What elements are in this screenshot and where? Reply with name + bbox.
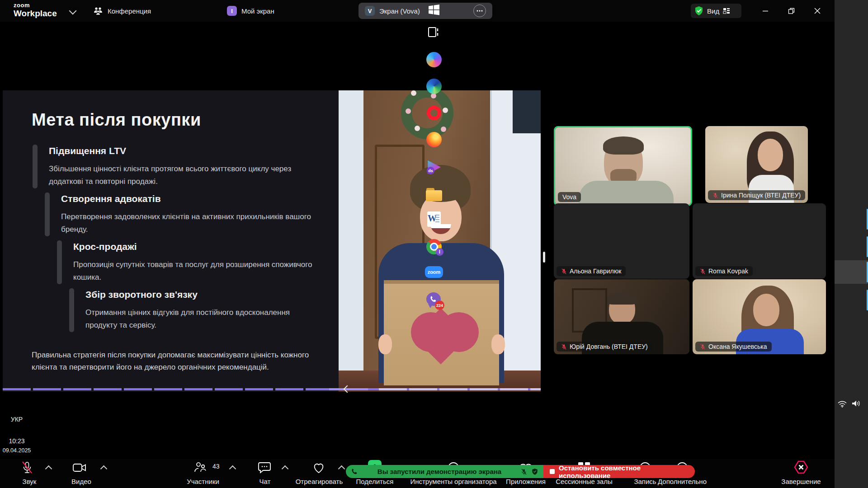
audio-button[interactable] — [20, 461, 34, 476]
section-accent-bar — [33, 145, 38, 188]
tab-meeting[interactable]: Конференция — [93, 0, 151, 22]
share-label: Поделиться — [356, 478, 394, 485]
minimize-icon — [762, 8, 769, 14]
participant-tile-alona[interactable]: Альона Гаврилюк — [554, 203, 689, 279]
participants-label: Участники — [187, 478, 219, 485]
tab-more-options-button[interactable] — [473, 5, 486, 17]
zoom-icon-label: zoom — [428, 269, 441, 275]
camera-icon — [72, 461, 87, 474]
host-tools-label: Инструменты организатора — [410, 478, 496, 485]
end-hexagon-icon — [793, 460, 809, 474]
stop-icon — [550, 469, 555, 474]
chevron-left-icon — [344, 385, 351, 393]
language-indicator[interactable]: УКР — [0, 416, 33, 423]
my-screen-avatar: I — [227, 6, 237, 16]
tab-screen-vova[interactable]: V Экран (Vova) — [359, 3, 492, 19]
word-icon[interactable]: W — [427, 211, 441, 227]
react-label: Отреагировать — [296, 478, 343, 485]
ds-player-icon[interactable]: ds — [426, 159, 442, 175]
share-banner-text: Вы запустили демонстрацию экрана — [363, 468, 516, 475]
slide-progress-bar — [3, 388, 541, 390]
copilot-icon[interactable] — [426, 52, 442, 67]
section-body: Отримання цінних відгуків для постійного… — [85, 306, 293, 331]
wifi-tray-icon[interactable] — [837, 399, 847, 409]
edge-icon[interactable] — [426, 79, 442, 94]
participants-button[interactable] — [193, 461, 208, 476]
close-button[interactable] — [807, 0, 828, 22]
firefox-icon[interactable] — [426, 132, 442, 147]
clock-time[interactable]: 10:23 — [0, 437, 33, 445]
security-shield-icon[interactable] — [694, 6, 703, 16]
viber-unread-badge: 224 — [435, 300, 444, 310]
workspace-chevron-down-icon[interactable] — [69, 7, 77, 15]
section-heading: Збір зворотного зв'язку — [85, 289, 293, 300]
stop-share-label: Остановить совместное использование — [559, 464, 689, 479]
clock-date[interactable]: 09.04.2025 — [0, 447, 33, 454]
screen-share-status-banner: Вы запустили демонстрацию экрана — [346, 465, 543, 478]
zoom-workplace-logo: zoom Workplace — [14, 2, 57, 18]
section-accent-bar — [57, 240, 62, 284]
shared-screen-slide: Мета після покупки Підвищення LTV Збільш… — [3, 90, 541, 392]
participant-tile-iryna[interactable]: Ірина Поліщук (ВТЕІ ДТЕУ) — [705, 126, 808, 203]
tab-my-screen-label: Мой экран — [241, 7, 274, 15]
restore-button[interactable] — [781, 0, 802, 22]
tab-screen-vova-label: Экран (Vova) — [379, 7, 469, 15]
view-button[interactable]: Вид — [707, 7, 719, 15]
section-body: Збільшення цінності клієнта протягом всь… — [49, 163, 295, 188]
react-button[interactable] — [311, 461, 326, 476]
apps-label: Приложения — [506, 478, 546, 485]
minimize-button[interactable] — [755, 0, 776, 22]
tray-expand-button[interactable] — [344, 386, 350, 392]
participant-nameplate: Альона Гаврилюк — [557, 266, 626, 276]
participant-name: Ірина Поліщук (ВТЕІ ДТЕУ) — [721, 192, 801, 199]
participant-tile-roma[interactable]: Roma Kovpak — [693, 203, 826, 279]
restore-icon — [788, 8, 795, 14]
video-button[interactable] — [72, 461, 87, 476]
section-body: Перетворення задоволених клієнтів на акт… — [61, 211, 313, 235]
phone-icon — [351, 468, 358, 475]
windows-start-button[interactable] — [428, 4, 440, 18]
chrome-profile-badge: I — [436, 248, 443, 256]
slide-section: Крос-продажі Пропозиція супутніх товарів… — [57, 240, 316, 284]
participants-icon — [193, 461, 208, 474]
chat-button[interactable] — [257, 461, 272, 476]
end-meeting-label: Завершение — [781, 478, 821, 485]
slide-footer: Правильна стратегія після покупки допома… — [32, 349, 314, 373]
slide-section: Підвищення LTV Збільшення цінності клієн… — [33, 145, 295, 188]
participant-tile-yurii[interactable]: Юрій Довгань (ВТЕІ ДТЕУ) — [554, 279, 689, 354]
participant-nameplate: Юрій Довгань (ВТЕІ ДТЕУ) — [557, 342, 652, 352]
zoom-app-icon[interactable]: zoom — [425, 266, 443, 278]
windows-logo-icon — [428, 4, 440, 16]
audio-label: Звук — [23, 478, 37, 485]
file-explorer-icon[interactable] — [426, 188, 442, 202]
mic-muted-icon — [561, 268, 567, 274]
participant-name: Альона Гаврилюк — [570, 267, 621, 275]
participants-count: 43 — [212, 463, 220, 470]
speaker-tray-icon[interactable] — [851, 399, 861, 409]
participant-tile-oksana[interactable]: Оксана Якушевська — [693, 279, 826, 354]
close-icon — [814, 8, 821, 14]
task-view-button[interactable] — [428, 26, 440, 40]
task-view-icon — [428, 26, 440, 38]
opera-icon[interactable] — [427, 106, 441, 120]
layout-grid-icon[interactable] — [723, 7, 730, 14]
tab-my-screen[interactable]: I Мой экран — [227, 0, 274, 22]
section-heading: Створення адвокатів — [61, 193, 313, 204]
participant-nameplate: Ірина Поліщук (ВТЕІ ДТЕУ) — [708, 190, 805, 200]
stop-share-button[interactable]: Остановить совместное использование — [543, 465, 695, 478]
ellipsis-icon — [479, 10, 481, 12]
banner-mic-muted-icon — [521, 469, 527, 475]
logo-workplace-text: Workplace — [14, 9, 57, 18]
view-panel: Вид — [691, 4, 741, 18]
chrome-icon[interactable]: I — [426, 239, 442, 254]
chat-icon — [257, 461, 272, 474]
viber-icon[interactable]: 224 — [426, 292, 442, 308]
slide-title: Мета після покупки — [32, 110, 201, 130]
section-heading: Крос-продажі — [73, 241, 316, 252]
active-app-highlight — [835, 260, 868, 284]
panel-resize-handle[interactable] — [543, 252, 545, 263]
slide-section: Збір зворотного зв'язку Отримання цінних… — [69, 288, 293, 332]
end-meeting-button[interactable] — [793, 460, 809, 476]
participant-tile-vova[interactable]: Vova — [554, 126, 692, 206]
participant-name: Roma Kovpak — [708, 267, 748, 275]
